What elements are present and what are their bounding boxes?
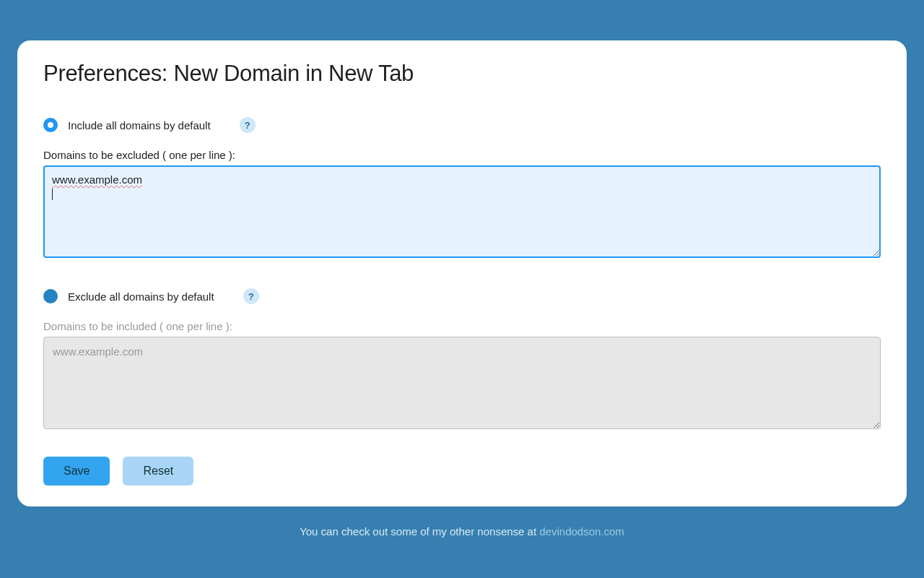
included-label: Domains to be included ( one per line ):	[43, 320, 881, 332]
preferences-card: Preferences: New Domain in New Tab Inclu…	[17, 40, 907, 506]
button-row: Save Reset	[43, 457, 881, 486]
option-exclude-label: Exclude all domains by default	[68, 290, 214, 303]
footer-link[interactable]: devindodson.com	[539, 525, 624, 538]
excluded-label: Domains to be excluded ( one per line ):	[43, 149, 881, 161]
reset-button[interactable]: Reset	[123, 457, 193, 486]
footer-text: You can check out some of my other nonse…	[300, 525, 539, 538]
radio-include[interactable]	[43, 118, 58, 132]
help-icon[interactable]: ?	[240, 117, 256, 133]
excluded-textarea[interactable]	[43, 165, 881, 258]
help-icon[interactable]: ?	[243, 288, 259, 304]
option-include-label: Include all domains by default	[68, 119, 211, 131]
included-textarea[interactable]	[43, 337, 881, 429]
save-button[interactable]: Save	[43, 457, 110, 486]
option-exclude-row: Exclude all domains by default ?	[43, 288, 881, 304]
footer: You can check out some of my other nonse…	[17, 525, 907, 538]
option-include-row: Include all domains by default ?	[43, 117, 881, 133]
page-title: Preferences: New Domain in New Tab	[43, 61, 881, 87]
radio-exclude[interactable]	[43, 289, 58, 303]
